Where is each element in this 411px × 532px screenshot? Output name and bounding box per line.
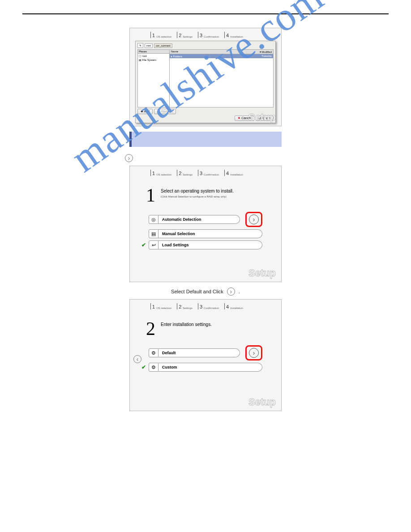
prev-arrow-icon[interactable] [133, 355, 141, 363]
file-row-selected[interactable]: ▸ Folders Tuesday [170, 54, 273, 58]
gears-icon: ⚙ [149, 363, 158, 372]
add-button[interactable]: ✚ Add [137, 109, 153, 114]
path-seg[interactable]: mnt [145, 43, 153, 48]
place-label: File System [142, 59, 156, 61]
wizard-subtitle: (Click Manual Selection to configure a R… [161, 195, 234, 198]
instruction-text: . [239, 289, 240, 294]
next-arrow-icon [227, 287, 235, 296]
step-big-number: 1 [146, 186, 155, 205]
col-name[interactable]: Name [171, 50, 178, 53]
step-label: Installation [230, 35, 243, 38]
screenshot-wizard-step2: 1OS selection 2Settings 3Confirmation 4I… [129, 299, 282, 411]
step-num: 1 [152, 33, 155, 38]
step-label: Confirmation [204, 35, 219, 38]
file-modified: Tuesday [261, 55, 272, 58]
step-bar: 1OS selection 2Settings 3Confirmation 4I… [133, 31, 278, 41]
wizard-title: Select an operating system to install. [161, 189, 234, 193]
step-bar: 1OS selection 2Settings 3Confirmation 4I… [133, 169, 278, 179]
place-row[interactable]: ▤ File System [138, 58, 169, 62]
callout-bar [129, 132, 282, 147]
highlight-next-button [245, 212, 262, 227]
option-default[interactable]: Default [158, 348, 240, 357]
wizard-title: Enter installation settings. [161, 322, 212, 327]
gear-icon: ⚙ [149, 348, 158, 357]
col-modified[interactable]: Modified [261, 51, 272, 53]
check-icon: ✔ [141, 364, 146, 370]
check-icon: ✔ [141, 242, 146, 248]
file-list: Name ▾ Modified ▸ Folders Tuesday [170, 49, 274, 107]
setup-watermark: Setup [248, 396, 276, 408]
places-panel: Places ▢ root ▤ File System [137, 49, 170, 107]
setup-watermark: Setup [248, 112, 276, 123]
screenshot-file-dialog: 1OS selection 2Settings 3Confirmation 4I… [129, 28, 282, 126]
file-open-dialog: ✎ mnt usr_connect Places ▢ root ▤ File S… [135, 41, 276, 123]
step-num: 3 [200, 33, 202, 38]
instruction-text: Select Default and Click [171, 289, 223, 294]
next-arrow-icon[interactable] [249, 215, 259, 224]
remove-button: — Remove [154, 109, 176, 114]
place-row[interactable]: ▢ root [138, 54, 169, 58]
place-label: root [142, 55, 147, 57]
option-load-settings[interactable]: Load Settings [158, 240, 262, 249]
option-custom[interactable]: Custom [158, 363, 262, 372]
detect-icon: ◎ [149, 215, 158, 224]
load-icon: ↩ [149, 240, 158, 249]
edit-icon[interactable]: ✎ [137, 43, 143, 48]
file-name: Folders [173, 55, 182, 58]
step-label: OS selection [156, 35, 171, 38]
path-seg-current[interactable]: usr_connect [154, 43, 172, 48]
step-label: Settings [183, 35, 193, 38]
step-big-number: 2 [146, 319, 155, 338]
highlight-next-button [245, 345, 262, 360]
option-auto-detection[interactable]: Automatic Detection [158, 215, 240, 224]
top-rule [22, 13, 389, 14]
places-header: Places [138, 50, 169, 54]
step-num: 4 [226, 33, 229, 38]
next-arrow-icon[interactable] [249, 348, 259, 358]
step-num: 2 [179, 33, 181, 38]
list-icon: ▤ [149, 229, 158, 238]
setup-watermark: Setup [248, 267, 276, 279]
screenshot-wizard-step1: 1OS selection 2Settings 3Confirmation 4I… [129, 166, 282, 282]
option-manual-selection[interactable]: Manual Selection [158, 229, 262, 238]
step-bar: 1OS selection 2Settings 3Confirmation 4I… [133, 302, 278, 312]
next-arrow-icon [125, 154, 133, 162]
